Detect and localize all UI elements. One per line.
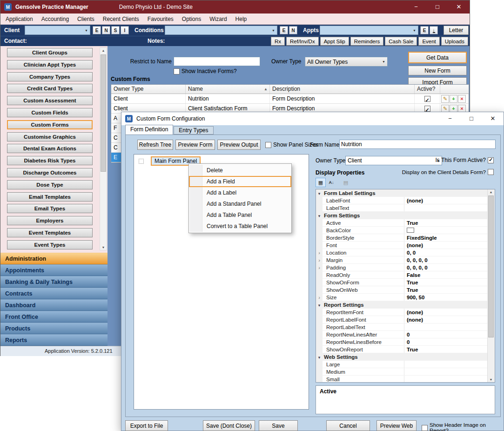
copy-row-button[interactable]: + — [450, 105, 457, 113]
property-value[interactable]: (none) — [404, 316, 487, 323]
notes-action-button[interactable]: Event — [418, 37, 439, 46]
column-header-description[interactable]: Description — [270, 85, 415, 94]
expand-icon[interactable] — [316, 197, 323, 204]
edit-row-button[interactable]: ✎ — [441, 95, 449, 103]
property-row[interactable]: Location 0, 0 — [316, 249, 487, 256]
preview-form-button[interactable]: Preview Form — [175, 140, 215, 150]
expand-icon[interactable] — [316, 271, 323, 278]
property-value[interactable]: 0 — [404, 338, 487, 345]
restrict-to-name-input[interactable] — [174, 57, 260, 66]
menu-item[interactable]: Wizard — [205, 13, 231, 25]
property-row[interactable]: Report Settings — [316, 301, 487, 309]
minimize-button[interactable]: − — [405, 0, 427, 13]
toolbar-mini-button[interactable]: E — [420, 26, 429, 34]
menu-item[interactable]: Clients — [73, 13, 99, 25]
form-name-input[interactable] — [339, 140, 496, 149]
sidebar-section[interactable]: Appointments — [0, 264, 108, 276]
close-button[interactable]: ✕ — [482, 112, 504, 125]
conditions-combobox[interactable]: ▼ — [165, 26, 277, 35]
sidebar-item[interactable]: Customise Graphics — [7, 132, 93, 141]
show-header-image-checkbox[interactable]: Show Header Image on Report? — [422, 422, 504, 431]
property-row[interactable]: BorderStyle FixedSingle — [316, 234, 487, 242]
property-value[interactable]: FixedSingle — [404, 234, 487, 241]
property-value[interactable]: True — [404, 286, 487, 293]
sidebar-item[interactable]: Diabetes Risk Types — [7, 156, 93, 165]
close-button[interactable]: ✕ — [448, 0, 470, 13]
property-row[interactable]: ReportNewLinesAfter 0 — [316, 331, 487, 338]
toolbar-mini-button[interactable]: N — [289, 26, 297, 34]
property-pages-button[interactable]: ▤ — [341, 178, 351, 187]
expand-icon[interactable] — [316, 189, 323, 196]
expand-icon[interactable] — [316, 279, 323, 286]
context-menu-item[interactable]: Delete — [189, 165, 291, 176]
property-row[interactable]: Padding 0, 0, 0, 0 — [316, 264, 487, 271]
expand-icon[interactable] — [316, 331, 323, 338]
expand-icon[interactable] — [316, 353, 323, 360]
owner-type-combobox[interactable]: All Owner Types ▼ — [305, 57, 388, 67]
expand-icon[interactable] — [316, 227, 323, 234]
property-row[interactable]: ReportLabelFont (none) — [316, 316, 487, 323]
sidebar-item[interactable]: Credit Card Types — [7, 84, 93, 93]
sidebar-item[interactable]: Employers — [7, 216, 93, 225]
owner-type-combobox[interactable]: Client ▼ — [345, 156, 442, 165]
client-combobox[interactable]: ▼ — [25, 26, 90, 35]
notes-action-button[interactable]: Cash Sale — [385, 37, 417, 46]
property-row[interactable]: Form Label Settings — [316, 189, 487, 197]
expand-icon[interactable] — [316, 264, 323, 271]
property-row[interactable]: Large — [316, 361, 487, 368]
expand-icon[interactable] — [316, 323, 323, 330]
property-row[interactable]: ShowOnForm True — [316, 279, 487, 286]
get-data-button[interactable]: Get Data — [408, 52, 467, 63]
sidebar-item[interactable]: Dental Exam Actions — [7, 144, 93, 153]
sidebar-item[interactable]: Custom Fields — [7, 108, 93, 117]
tree-expander-icon[interactable] — [139, 159, 144, 164]
expand-icon[interactable] — [316, 309, 323, 316]
sidebar-section[interactable]: Banking & Daily Takings — [0, 276, 108, 288]
property-value[interactable]: True — [404, 279, 487, 286]
sidebar-section[interactable]: Dashboard — [0, 299, 108, 311]
expand-icon[interactable] — [316, 204, 323, 211]
sidebar-item[interactable]: Discharge Outcomes — [7, 168, 93, 177]
save-button[interactable]: Save — [259, 420, 298, 431]
property-value[interactable] — [358, 353, 487, 360]
expand-icon[interactable] — [316, 294, 323, 301]
property-value[interactable] — [404, 368, 487, 375]
menu-item[interactable]: Help — [231, 13, 251, 25]
column-header-active[interactable]: Active? — [415, 85, 440, 94]
letter-button[interactable]: Letter — [444, 26, 469, 35]
sidebar-item[interactable]: Dose Type — [7, 180, 93, 189]
notes-action-button[interactable]: Uploads — [441, 37, 468, 46]
property-value[interactable]: 0, 0 — [404, 249, 487, 256]
notes-action-button[interactable]: Ref/Inv/Dx — [286, 37, 319, 46]
expand-icon[interactable] — [316, 249, 323, 256]
expand-icon[interactable] — [316, 338, 323, 345]
property-value[interactable] — [404, 227, 487, 234]
scrollbar-thumb[interactable] — [488, 195, 494, 337]
toolbar-mini-button[interactable]: N — [102, 26, 110, 34]
expand-icon[interactable] — [316, 212, 323, 219]
expand-icon[interactable] — [316, 368, 323, 375]
sidebar-item[interactable]: Client Groups — [7, 48, 93, 57]
property-row[interactable]: Form Settings — [316, 212, 487, 219]
sidebar-item[interactable]: Custom Forms — [7, 120, 93, 129]
delete-row-button[interactable]: × — [458, 105, 466, 113]
menu-item[interactable]: Favourites — [143, 13, 178, 25]
notes-action-button[interactable]: Rx — [271, 37, 285, 46]
property-row[interactable]: Size 900, 50 — [316, 294, 487, 301]
menu-item[interactable]: Application — [1, 13, 37, 25]
tab-entry-types[interactable]: Entry Types — [174, 126, 213, 135]
toolbar-mini-button[interactable]: S — [111, 26, 120, 34]
toolbar-mini-button[interactable]: I — [121, 26, 129, 34]
property-value[interactable]: (none) — [404, 197, 487, 204]
export-to-file-button[interactable]: Export to File — [125, 420, 168, 431]
expand-icon[interactable] — [316, 242, 323, 249]
property-value[interactable] — [364, 301, 487, 308]
property-value[interactable]: (none) — [404, 242, 487, 249]
toolbar-mini-button[interactable]: E — [280, 26, 288, 34]
maximize-button[interactable]: □ — [461, 112, 482, 125]
property-value[interactable] — [404, 361, 487, 368]
download-button[interactable]: ↓ — [430, 26, 438, 34]
property-row[interactable]: Small — [316, 376, 487, 382]
expand-icon[interactable] — [316, 234, 323, 241]
property-row[interactable]: ReadOnly False — [316, 271, 487, 279]
